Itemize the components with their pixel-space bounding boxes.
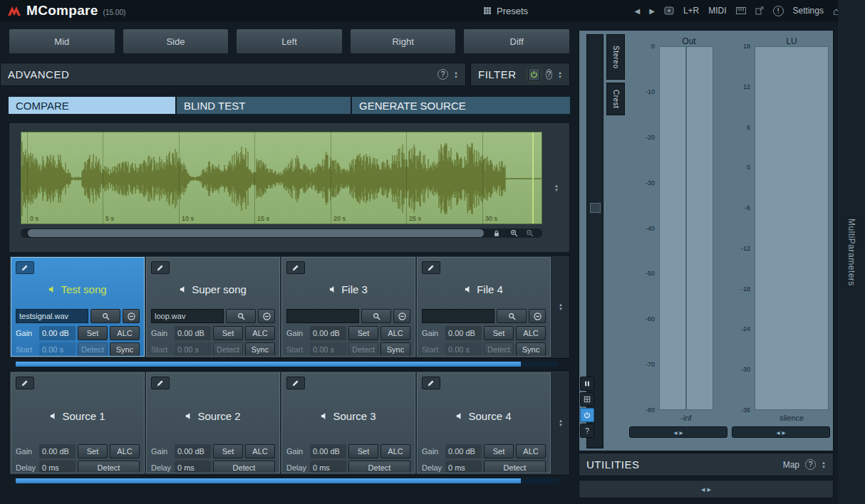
keyboard-icon[interactable] <box>736 7 746 14</box>
sync-button[interactable]: Sync <box>245 342 275 357</box>
tab-blind-test[interactable]: BLIND TEST <box>177 97 351 114</box>
alc-button[interactable]: ALC <box>245 444 275 458</box>
utilities-collapse-spinner[interactable]: ▲▼ <box>822 461 826 469</box>
start-value[interactable]: 0.00 s <box>175 342 211 357</box>
channel-mode-button[interactable]: L+R <box>683 6 699 16</box>
vertical-zoom-spinner[interactable]: ▲▼ <box>554 184 559 192</box>
alc-button[interactable]: ALC <box>516 326 546 340</box>
search-icon[interactable] <box>361 309 391 323</box>
alert-icon[interactable]: ! <box>773 6 784 16</box>
alc-button[interactable]: ALC <box>516 444 546 458</box>
snapshot-icon[interactable] <box>664 6 674 15</box>
channel-side-button[interactable]: Side <box>123 28 229 54</box>
filter-collapse-spinner[interactable]: ▲▼ <box>558 70 562 79</box>
set-button[interactable]: Set <box>78 326 108 340</box>
gain-value[interactable]: 0.00 dB <box>445 444 482 458</box>
search-icon[interactable] <box>497 309 527 323</box>
meter-help-icon[interactable]: ? <box>580 424 594 438</box>
remove-file-icon[interactable] <box>258 309 275 323</box>
waveform-scrollbar[interactable] <box>21 229 542 238</box>
lu-meter-range-slider[interactable]: ◂ ▸ <box>732 426 830 438</box>
remove-file-icon[interactable] <box>529 309 546 323</box>
meter-options-icon[interactable] <box>590 203 601 213</box>
filter-power-button[interactable] <box>528 68 540 81</box>
source-slot-4[interactable]: Source 4 Gain 0.00 dB Set ALC Delay 0 ms… <box>417 372 551 473</box>
sync-button[interactable]: Sync <box>516 342 546 357</box>
channel-mid-button[interactable]: Mid <box>9 28 115 54</box>
detect-button[interactable]: Detect <box>213 461 275 473</box>
file-slot-3[interactable]: File 3 Gain 0.00 dB Set ALC Start 0.00 s… <box>281 257 415 357</box>
set-button[interactable]: Set <box>213 326 243 340</box>
gain-value[interactable]: 0.00 dB <box>39 444 76 458</box>
gain-value[interactable]: 0.00 dB <box>445 326 482 340</box>
edit-name-button[interactable] <box>151 377 170 389</box>
next-preset-button[interactable]: ▶ <box>649 7 655 15</box>
sync-button[interactable]: Sync <box>110 342 140 357</box>
start-value[interactable]: 0.00 s <box>39 342 76 357</box>
previous-preset-button[interactable]: ◀ <box>634 7 640 15</box>
alc-button[interactable]: ALC <box>380 444 410 458</box>
filename-input[interactable] <box>286 309 359 323</box>
source-slots-scrollbar[interactable] <box>16 478 559 483</box>
delay-value[interactable]: 0 ms <box>310 461 346 473</box>
search-icon[interactable] <box>226 309 256 323</box>
slot-scroll-spinner[interactable]: ▲▼ <box>559 419 563 427</box>
filename-input[interactable] <box>16 309 88 323</box>
edit-name-button[interactable] <box>151 261 170 274</box>
delay-value[interactable]: 0 ms <box>175 461 211 473</box>
tab-compare[interactable]: COMPARE <box>9 97 175 114</box>
source-slot-2[interactable]: Source 2 Gain 0.00 dB Set ALC Delay 0 ms… <box>146 372 280 473</box>
channel-right-button[interactable]: Right <box>350 28 457 54</box>
set-button[interactable]: Set <box>78 444 108 458</box>
zoom-in-icon[interactable] <box>508 229 519 237</box>
remove-file-icon[interactable] <box>123 309 140 323</box>
edit-name-button[interactable] <box>16 377 34 389</box>
edit-name-button[interactable] <box>422 377 440 389</box>
source-slot-3[interactable]: Source 3 Gain 0.00 dB Set ALC Delay 0 ms… <box>281 372 415 473</box>
slot-scroll-spinner[interactable]: ▲▼ <box>559 303 563 311</box>
gain-value[interactable]: 0.00 dB <box>310 444 346 458</box>
edit-name-button[interactable] <box>286 261 305 274</box>
detect-button[interactable]: Detect <box>213 342 243 357</box>
source-slot-1[interactable]: Source 1 Gain 0.00 dB Set ALC Delay 0 ms… <box>11 372 145 473</box>
stereo-meter-button[interactable]: Stereo <box>606 34 625 80</box>
file-slot-4[interactable]: File 4 Gain 0.00 dB Set ALC Start 0.00 s… <box>417 257 551 357</box>
gain-value[interactable]: 0.00 dB <box>310 326 346 340</box>
export-icon[interactable] <box>755 6 764 15</box>
bottom-right-slider[interactable]: ◂ ▸ <box>579 480 834 498</box>
midi-button[interactable]: MIDI <box>708 6 726 16</box>
zoom-out-icon[interactable] <box>524 229 535 237</box>
channel-left-button[interactable]: Left <box>236 28 343 54</box>
lock-icon[interactable] <box>491 229 502 237</box>
sync-button[interactable]: Sync <box>380 342 410 357</box>
out-meter-range-slider[interactable]: ◂ ▸ <box>629 426 727 438</box>
detect-button[interactable]: Detect <box>484 461 546 473</box>
advanced-help-icon[interactable]: ? <box>437 69 448 80</box>
filter-help-icon[interactable]: ? <box>546 69 553 80</box>
delay-value[interactable]: 0 ms <box>39 461 76 473</box>
set-button[interactable]: Set <box>484 444 514 458</box>
gain-value[interactable]: 0.00 dB <box>175 326 211 340</box>
alc-button[interactable]: ALC <box>380 326 410 340</box>
presets-button[interactable]: Presets <box>483 0 528 21</box>
pause-icon[interactable] <box>580 377 594 391</box>
scroll-thumb[interactable] <box>16 478 521 483</box>
utilities-help-icon[interactable]: ? <box>805 459 816 470</box>
start-value[interactable]: 0.00 s <box>445 342 482 357</box>
file-slots-scrollbar[interactable] <box>16 362 559 367</box>
advanced-collapse-spinner[interactable]: ▲▼ <box>454 70 458 79</box>
start-value[interactable]: 0.00 s <box>310 342 346 357</box>
alc-button[interactable]: ALC <box>245 326 275 340</box>
detect-button[interactable]: Detect <box>78 342 108 357</box>
scroll-thumb[interactable] <box>16 362 521 367</box>
crest-meter-button[interactable]: Crest <box>606 83 625 115</box>
filename-input[interactable] <box>422 309 494 323</box>
map-button[interactable]: Map <box>783 460 799 470</box>
remove-file-icon[interactable] <box>393 309 410 323</box>
filename-input[interactable] <box>151 309 224 323</box>
set-button[interactable]: Set <box>348 444 378 458</box>
gain-value[interactable]: 0.00 dB <box>39 326 76 340</box>
search-icon[interactable] <box>90 309 120 323</box>
edit-name-button[interactable] <box>16 261 34 274</box>
settings-button[interactable]: Settings <box>793 6 824 16</box>
